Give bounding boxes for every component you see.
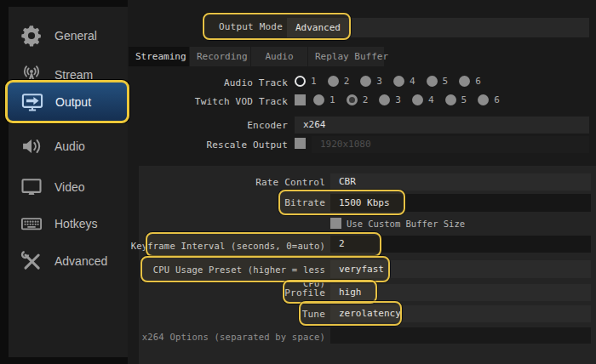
tab-streaming[interactable]: Streaming xyxy=(129,47,189,66)
output-mode-value: Advanced xyxy=(295,22,341,33)
rescale-resolution-value: 1920x1080 xyxy=(320,139,371,150)
keyframe-interval-value: 2 xyxy=(339,238,345,249)
custom-buffer-label: Use Custom Buffer Size xyxy=(347,219,465,229)
tools-icon xyxy=(19,248,44,274)
sidebar-item-label: Hotkeys xyxy=(54,217,98,230)
sidebar-item-label: General xyxy=(54,29,97,43)
tune-label: Tune xyxy=(128,308,325,321)
tab-replay-buffer[interactable]: Replay Buffer xyxy=(308,47,384,66)
sidebar-item-label: Audio xyxy=(54,139,85,153)
radio-audio-track-6[interactable] xyxy=(459,76,470,87)
profile-value: high xyxy=(339,287,362,298)
sidebar-item-output[interactable]: Output xyxy=(5,80,129,123)
radio-vod-track-6[interactable] xyxy=(478,94,489,105)
rate-control-value: CBR xyxy=(339,176,356,187)
audio-track-label: Audio Track xyxy=(128,77,288,90)
bitrate-label: Bitrate xyxy=(128,196,325,210)
tab-audio[interactable]: Audio xyxy=(251,47,307,66)
keyframe-interval-input[interactable]: 2 xyxy=(330,236,591,253)
rate-control-label: Rate Control xyxy=(128,176,325,190)
custom-buffer-checkbox[interactable] xyxy=(330,218,341,229)
profile-label: Profile xyxy=(128,287,325,300)
audio-track-radios: 1 2 3 4 5 6 xyxy=(295,76,492,87)
rate-control-select[interactable]: CBR xyxy=(330,173,591,191)
tab-recording[interactable]: Recording xyxy=(190,47,250,66)
radio-audio-track-1[interactable] xyxy=(295,76,306,87)
output-tab-bar: Streaming Recording Audio Replay Buffer xyxy=(129,47,384,66)
radio-audio-track-5[interactable] xyxy=(427,76,438,87)
encoder-label: Encoder xyxy=(128,119,288,133)
output-mode-label: Output Mode xyxy=(128,20,283,34)
rescale-output-checkbox[interactable] xyxy=(295,138,306,149)
sidebar-item-audio[interactable]: Audio xyxy=(12,128,124,165)
radio-vod-track-4[interactable] xyxy=(412,94,423,105)
encoder-value: x264 xyxy=(303,119,326,130)
sidebar-item-advanced[interactable]: Advanced xyxy=(12,242,124,280)
sidebar-item-hotkeys[interactable]: Hotkeys xyxy=(12,205,124,242)
radio-audio-track-4[interactable] xyxy=(393,76,404,87)
sidebar-item-video[interactable]: Video xyxy=(12,168,124,206)
radio-audio-track-3[interactable] xyxy=(360,76,371,87)
output-mode-select[interactable]: Advanced xyxy=(287,18,589,37)
twitch-vod-track-checkbox[interactable] xyxy=(295,94,306,105)
keyframe-interval-label: Keyframe Interval (seconds, 0=auto) xyxy=(128,239,325,253)
rescale-resolution-input[interactable]: 1920x1080 xyxy=(312,136,589,153)
radio-vod-track-5[interactable] xyxy=(445,94,456,105)
sidebar-item-label: Output xyxy=(55,95,91,109)
profile-select[interactable]: high xyxy=(330,284,591,301)
radio-vod-track-2[interactable] xyxy=(347,94,358,105)
radio-vod-track-1[interactable] xyxy=(313,94,324,105)
sidebar-item-label: Advanced xyxy=(54,254,107,268)
bitrate-value: 1500 Kbps xyxy=(339,197,390,208)
tune-value: zerolatency xyxy=(339,308,401,319)
keyboard-icon xyxy=(19,211,44,236)
encoder-select[interactable]: x264 xyxy=(295,117,589,134)
speaker-icon xyxy=(19,134,44,159)
radio-audio-track-2[interactable] xyxy=(328,76,339,87)
twitch-vod-track-controls: 1 2 3 4 5 6 xyxy=(295,94,511,105)
bitrate-input[interactable]: 1500 Kbps xyxy=(330,194,591,212)
x264-options-input[interactable] xyxy=(330,327,591,344)
cpu-usage-preset-select[interactable]: veryfast xyxy=(330,260,591,278)
settings-sidebar: General Stream Output xyxy=(9,7,128,357)
sidebar-item-label: Video xyxy=(54,180,85,194)
twitch-vod-track-label: Twitch VOD Track xyxy=(128,95,288,109)
monitor-arrow-icon xyxy=(20,89,45,115)
gear-icon xyxy=(19,23,44,48)
sidebar-item-general[interactable]: General xyxy=(12,17,124,54)
monitor-icon xyxy=(19,174,44,200)
cpu-usage-preset-value: veryfast xyxy=(339,264,384,275)
tune-select[interactable]: zerolatency xyxy=(330,305,591,322)
x264-options-label: x264 Options (separated by space) xyxy=(128,330,325,344)
radio-vod-track-3[interactable] xyxy=(379,94,390,105)
rescale-output-label: Rescale Output xyxy=(128,139,288,152)
